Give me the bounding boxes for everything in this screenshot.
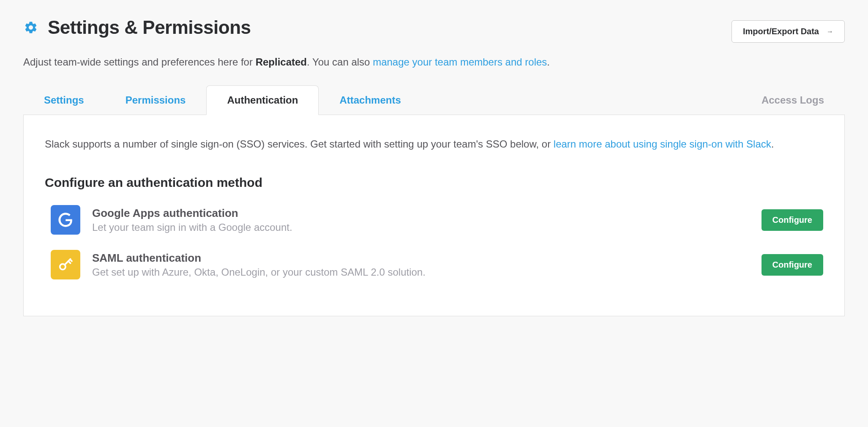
saml-text: SAML authentication Get set up with Azur… bbox=[92, 252, 750, 278]
configure-saml-button[interactable]: Configure bbox=[762, 254, 823, 276]
key-icon bbox=[51, 250, 80, 279]
svg-line-2 bbox=[68, 261, 71, 263]
svg-line-3 bbox=[70, 260, 72, 261]
team-name: Replicated bbox=[256, 56, 307, 68]
section-heading: Configure an authentication method bbox=[45, 175, 823, 190]
gear-icon bbox=[23, 20, 38, 35]
auth-method-google: Google Apps authentication Let your team… bbox=[45, 205, 823, 235]
configure-google-button[interactable]: Configure bbox=[762, 209, 823, 231]
saml-desc: Get set up with Azure, Okta, OneLogin, o… bbox=[92, 266, 750, 278]
import-export-label: Import/Export Data bbox=[743, 27, 819, 36]
learn-more-link[interactable]: learn more about using single sign-on wi… bbox=[554, 138, 771, 150]
page-title: Settings & Permissions bbox=[48, 17, 251, 38]
authentication-panel: Slack supports a number of single sign-o… bbox=[23, 115, 845, 316]
auth-method-saml: SAML authentication Get set up with Azur… bbox=[45, 250, 823, 279]
tabs: Settings Permissions Authentication Atta… bbox=[23, 85, 845, 115]
title-container: Settings & Permissions bbox=[23, 17, 251, 38]
tab-permissions[interactable]: Permissions bbox=[105, 85, 207, 115]
manage-members-link[interactable]: manage your team members and roles bbox=[373, 56, 547, 68]
page-header: Settings & Permissions Import/Export Dat… bbox=[23, 17, 845, 43]
google-icon bbox=[51, 205, 80, 235]
google-title: Google Apps authentication bbox=[92, 207, 750, 220]
google-desc: Let your team sign in with a Google acco… bbox=[92, 222, 750, 233]
tab-authentication[interactable]: Authentication bbox=[206, 85, 319, 115]
page-subtitle: Adjust team-wide settings and preference… bbox=[23, 55, 845, 70]
arrow-right-icon: → bbox=[827, 28, 833, 36]
tab-access-logs[interactable]: Access Logs bbox=[741, 85, 845, 115]
google-text: Google Apps authentication Let your team… bbox=[92, 207, 750, 233]
tab-settings[interactable]: Settings bbox=[23, 85, 105, 115]
import-export-button[interactable]: Import/Export Data → bbox=[732, 20, 845, 43]
tab-attachments[interactable]: Attachments bbox=[319, 85, 421, 115]
saml-title: SAML authentication bbox=[92, 252, 750, 265]
intro-text: Slack supports a number of single sign-o… bbox=[45, 136, 823, 152]
